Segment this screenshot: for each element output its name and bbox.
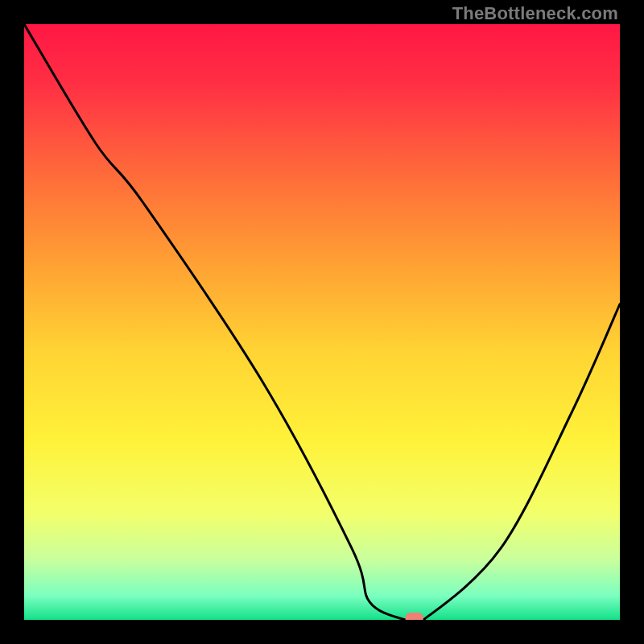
watermark-text: TheBottleneck.com <box>452 3 618 24</box>
chart-frame: TheBottleneck.com <box>0 0 644 644</box>
chart-svg <box>24 24 620 620</box>
optimal-marker <box>406 613 423 620</box>
gradient-background <box>24 24 620 620</box>
plot-area <box>24 24 620 620</box>
